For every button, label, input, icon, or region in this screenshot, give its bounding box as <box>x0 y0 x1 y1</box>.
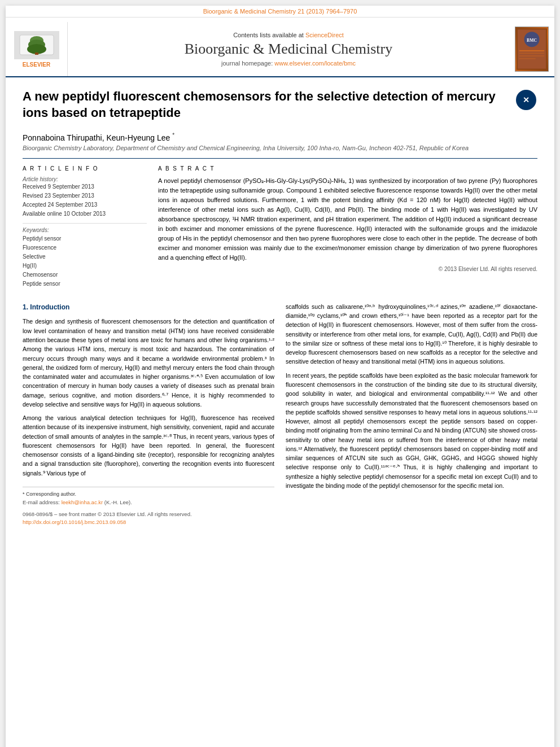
journal-header: ELSEVIER Contents lists available at Sci… <box>6 18 554 77</box>
keyword-item: Peptide sensor <box>23 279 147 289</box>
body-col-right: scaffolds such as calixarene,¹⁰ᵃ·ᵇ hydro… <box>286 302 537 527</box>
page: Bioorganic & Medicinal Chemistry 21 (201… <box>6 6 554 747</box>
footer: * Corresponding author. E-mail address: … <box>23 487 274 527</box>
abstract-panel: A B S T R A C T A novel peptidyl chemose… <box>158 165 537 293</box>
issn-text: 0968-0896/$ – see front matter © 2013 El… <box>23 511 192 517</box>
revised-date: Revised 23 September 2013 <box>23 191 147 200</box>
science-direct-line: Contents lists available at ScienceDirec… <box>233 32 344 38</box>
homepage-url[interactable]: www.elsevier.com/locate/bmc <box>274 60 356 67</box>
keyword-item: Selective <box>23 252 147 261</box>
article-info-dates: Received 9 September 2013 Revised 23 Sep… <box>23 182 147 219</box>
article-history: Article history: Received 9 September 20… <box>23 176 147 219</box>
doi-line: http://dx.doi.org/10.1016/j.bmc.2013.09.… <box>23 518 274 527</box>
doi-link[interactable]: http://dx.doi.org/10.1016/j.bmc.2013.09.… <box>23 519 126 525</box>
science-direct-link[interactable]: ScienceDirect <box>305 32 344 38</box>
article-info-title: A R T I C L E I N F O <box>23 165 147 172</box>
keywords-block: Keywords: Peptidyl sensorFluorescenceSel… <box>23 227 147 289</box>
main-content: A new peptidyl fluorescent chemosensors … <box>6 77 554 538</box>
svg-rect-12 <box>519 58 536 59</box>
contents-text: Contents lists available at <box>233 32 304 38</box>
author-names: Ponnaboina Thirupathi, Keun-Hyeung Lee <box>23 133 170 142</box>
copyright: © 2013 Elsevier Ltd. All rights reserved… <box>158 266 537 272</box>
keyword-item: Chemosensor <box>23 270 147 279</box>
body-para-2: Among the various analytical detection t… <box>23 413 274 478</box>
abstract-text: A novel peptidyl chemosensor (PySO₂-His-… <box>158 176 537 263</box>
body-para-3: scaffolds such as calixarene,¹⁰ᵃ·ᵇ hydro… <box>286 302 537 366</box>
authors: Ponnaboina Thirupathi, Keun-Hyeung Lee * <box>23 132 537 142</box>
body-para-4: In recent years, the peptide scaffolds h… <box>286 371 537 490</box>
corresponding-marker: * <box>172 132 174 138</box>
journal-citation: Bioorganic & Medicinal Chemistry 21 (201… <box>203 8 357 15</box>
keyword-item: Peptidyl sensor <box>23 234 147 243</box>
history-label: Article history: <box>23 176 147 182</box>
keyword-item: Fluorescence <box>23 243 147 252</box>
article-info-panel: A R T I C L E I N F O Article history: R… <box>23 165 147 293</box>
elsevier-label: ELSEVIER <box>23 62 50 68</box>
accepted-date: Accepted 24 September 2013 <box>23 200 147 209</box>
section1-title: 1. Introduction <box>23 302 274 313</box>
journal-thumbnail: BMC <box>509 22 554 76</box>
email-person: (K.-H. Lee). <box>104 499 132 505</box>
homepage-label: journal homepage: <box>221 60 273 67</box>
body-para-1: The design and synthesis of fluorescent … <box>23 317 274 409</box>
available-date: Available online 10 October 2013 <box>23 209 147 219</box>
elsevier-logo-image <box>14 31 59 59</box>
journal-center: Contents lists available at ScienceDirec… <box>68 22 509 76</box>
elsevier-logo-block: ELSEVIER <box>6 22 68 76</box>
divider <box>23 223 147 224</box>
crossmark-icon: ✕ <box>516 90 536 110</box>
body-col-left: 1. Introduction The design and synthesis… <box>23 302 274 527</box>
journal-cover-image: BMC <box>515 27 549 72</box>
email-link[interactable]: leekh@inha.ac.kr <box>62 499 103 505</box>
email-line: E-mail address: leekh@inha.ac.kr (K.-H. … <box>23 499 274 507</box>
abstract-title: A B S T R A C T <box>158 165 537 172</box>
svg-rect-10 <box>519 53 544 54</box>
svg-rect-4 <box>35 53 38 55</box>
issn-line: 0968-0896/$ – see front matter © 2013 El… <box>23 510 274 519</box>
affiliation: Bioorganic Chemistry Laboratory, Departm… <box>23 145 537 151</box>
article-title: A new peptidyl fluorescent chemosensors … <box>23 89 509 121</box>
corresponding-footnote: * Corresponding author. <box>23 491 274 499</box>
keywords-label: Keywords: <box>23 227 147 233</box>
journal-homepage: journal homepage: www.elsevier.com/locat… <box>221 60 356 67</box>
keywords-list: Peptidyl sensorFluorescenceSelectiveHg(I… <box>23 234 147 289</box>
email-label: E-mail address: <box>23 499 60 505</box>
received-date: Received 9 September 2013 <box>23 182 147 191</box>
svg-rect-9 <box>519 50 544 51</box>
svg-rect-11 <box>519 56 544 56</box>
journal-title: Bioorganic & Medicinal Chemistry <box>185 41 393 58</box>
svg-text:BMC: BMC <box>527 38 537 43</box>
crossmark-badge: ✕ <box>515 89 537 111</box>
article-info-abstract-row: A R T I C L E I N F O Article history: R… <box>23 158 537 293</box>
keyword-item: Hg(II) <box>23 261 147 270</box>
top-bar: Bioorganic & Medicinal Chemistry 21 (201… <box>6 6 554 18</box>
article-body: 1. Introduction The design and synthesis… <box>23 302 537 527</box>
